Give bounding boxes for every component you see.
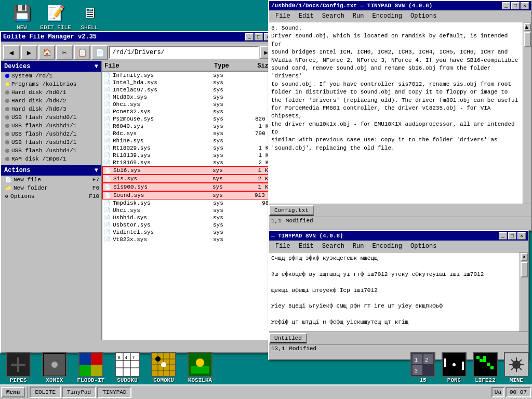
- col-file-header[interactable]: File: [102, 61, 212, 71]
- game-flood[interactable]: FLOOD-IT: [73, 352, 109, 383]
- pong-label: PONG: [447, 377, 461, 383]
- file-list[interactable]: 📄 Infinity.sys sys 3 📄 Intel_hda.sys sys…: [102, 72, 274, 340]
- editor1-menu-edit[interactable]: Edit: [295, 11, 318, 21]
- file-row[interactable]: 📄 Intel_hda.sys sys 7: [102, 79, 274, 86]
- file-type: sys: [212, 152, 243, 158]
- sidebar-item-usb1[interactable]: USB flash /usbhd1/1: [1, 122, 101, 130]
- file-row[interactable]: 📄 Vt823x.sys sys 2: [102, 236, 274, 243]
- file-row[interactable]: 📄 Tmpdisk.sys sys 986: [102, 200, 274, 207]
- editor1-close[interactable]: ✕: [521, 2, 529, 9]
- file-row[interactable]: 📄 Ohci.sys sys 3: [102, 101, 274, 108]
- file-type: sys: [212, 87, 243, 93]
- file-row[interactable]: 📄 Rdc.sys sys 790 b: [102, 130, 274, 137]
- scroll-thumb2[interactable]: [521, 262, 528, 277]
- start-button[interactable]: Menu: [1, 387, 25, 397]
- file-row[interactable]: 📄 Ps2mouse.sys sys 826 b: [102, 115, 274, 123]
- taskbar-tinypad2[interactable]: TINYPAD: [97, 387, 131, 398]
- editor2-minimize[interactable]: _: [499, 232, 507, 240]
- action-new-folder[interactable]: 📁 New folder F6: [1, 184, 101, 192]
- file-type: sys: [211, 184, 243, 190]
- file-row[interactable]: 📄 Sis.sys sys 2 Kb: [102, 175, 274, 183]
- editor2-maximize[interactable]: □: [508, 232, 516, 240]
- file-row[interactable]: 📄 Uhci.sys sys 3: [102, 207, 274, 214]
- taskbar-eolite[interactable]: EOLITE: [30, 387, 61, 398]
- toolbar-paste-button[interactable]: 📄: [91, 45, 108, 60]
- action-options[interactable]: ⚙ Options F10: [1, 192, 101, 201]
- game-mine[interactable]: MINE: [501, 352, 532, 383]
- minimize-button[interactable]: _: [245, 33, 254, 41]
- editor2-menu-edit[interactable]: Edit: [295, 242, 318, 251]
- editor2-scrollbar[interactable]: ▲: [520, 252, 528, 331]
- taskbar-tinypad[interactable]: TinyPad: [62, 387, 96, 398]
- sidebar-item-hd0-1[interactable]: Hard disk /hd0/1: [1, 88, 101, 97]
- editor1-maximize[interactable]: □: [511, 2, 520, 9]
- editor1-content[interactable]: 6. Sound. Driver sound.obj, which is loc…: [269, 22, 523, 204]
- editor2-close[interactable]: ✕: [517, 232, 526, 240]
- toolbar-forward-button[interactable]: ▶: [21, 45, 37, 60]
- file-row[interactable]: 📄 Pcnet32.sys sys 2: [102, 108, 274, 115]
- game-15[interactable]: 123 15: [407, 352, 438, 383]
- game-life22[interactable]: LIFE22: [470, 352, 501, 383]
- file-row[interactable]: 📄 Sound.sys sys 913 b: [102, 191, 274, 200]
- editor2-menu-file[interactable]: File: [271, 242, 295, 251]
- sidebar-item-usb4[interactable]: USB flash /usbhd4/1: [1, 147, 101, 155]
- sidebar-item-programs[interactable]: Programs /kolibrios: [1, 80, 101, 88]
- editor2-menu-search[interactable]: Search: [318, 242, 349, 251]
- sidebar-item-usb3[interactable]: USB flash /usbhd3/1: [1, 138, 101, 147]
- toolbar-copy-button[interactable]: 📋: [74, 45, 90, 60]
- sidebar-item-ram[interactable]: RAM disk /tmp0/1: [1, 155, 101, 163]
- file-row[interactable]: 📄 Infinity.sys sys 3: [102, 72, 274, 79]
- editor2-tab[interactable]: Untitled: [269, 333, 307, 343]
- game-pong[interactable]: PONG: [438, 352, 470, 383]
- editor2-menu-options[interactable]: Options: [406, 242, 441, 251]
- action-new-file[interactable]: 📄 New file F7: [1, 176, 101, 184]
- game-pipes[interactable]: PIPES: [0, 352, 36, 383]
- file-row[interactable]: 📄 Rt18029.sys sys 1 Kb: [102, 144, 274, 152]
- file-row[interactable]: 📄 Mtd80x.sys sys 1: [102, 94, 274, 101]
- file-row[interactable]: 📄 Usbstor.sys sys 2: [102, 221, 274, 229]
- sidebar-item-hd0-2[interactable]: Hard disk /hd0/2: [1, 97, 101, 105]
- file-row[interactable]: 📄 Vidintel.sys sys 3: [102, 229, 274, 236]
- desktop-icon-new[interactable]: 💾 NEW: [5, 3, 38, 31]
- editor2-menu-run[interactable]: Run: [349, 242, 368, 251]
- game-kosilka[interactable]: KOSILKA: [182, 352, 218, 383]
- scroll-up-btn[interactable]: ▲: [524, 23, 531, 31]
- file-icon: 📄: [102, 236, 112, 243]
- editor2-content[interactable]: Счщц рфпщ зфкф кузкщегсшк мшецщ йш ефкоц…: [269, 252, 520, 331]
- toolbar-up-button[interactable]: 🏠: [38, 45, 55, 60]
- scroll-up-btn2[interactable]: ▲: [521, 253, 528, 261]
- file-row[interactable]: 📄 Rt18169.sys sys 2 Kb: [102, 159, 274, 166]
- game-sudoku[interactable]: 947 SUDOKU: [109, 352, 145, 383]
- file-row[interactable]: 📄 Rhine.sys sys 1: [102, 137, 274, 144]
- sidebar-item-hd0-3[interactable]: Hard disk /hd0/3: [1, 105, 101, 113]
- file-row[interactable]: 📄 Rt18139.sys sys 1 Kb: [102, 152, 274, 159]
- editor1-menu-run[interactable]: Run: [349, 11, 368, 21]
- desktop-icon-shell[interactable]: 🖥 SHELL: [73, 3, 106, 31]
- file-row[interactable]: 📄 Sis900.sys sys 1 Kb: [102, 183, 274, 191]
- file-row[interactable]: 📄 R6040.sys sys 1 Kb: [102, 123, 274, 130]
- maximize-button[interactable]: □: [255, 33, 263, 41]
- editor1-minimize[interactable]: _: [502, 2, 510, 9]
- editor1-tab[interactable]: Config.txt: [269, 205, 314, 216]
- game-xonix[interactable]: XONIX: [36, 352, 73, 383]
- sidebar-item-system[interactable]: System /rd/1: [1, 72, 101, 80]
- path-bar[interactable]: /rd/1/Drivers/: [109, 46, 259, 59]
- editor-line: [271, 278, 517, 286]
- game-gomoku[interactable]: GOMOKU: [145, 352, 182, 383]
- scroll-thumb[interactable]: [524, 32, 531, 47]
- sidebar-item-usb2[interactable]: USB flash /usbhd2/1: [1, 130, 101, 138]
- editor1-menu-options[interactable]: Options: [406, 11, 441, 21]
- sidebar-item-usb0[interactable]: USB flash /usbhd0/1: [1, 113, 101, 122]
- toolbar-cut-button[interactable]: ✂: [56, 45, 73, 60]
- toolbar-back-button[interactable]: ◀: [3, 45, 20, 60]
- editor1-menu-encoding[interactable]: Encoding: [368, 11, 406, 21]
- file-row[interactable]: 📄 Usbhid.sys sys 3: [102, 214, 274, 221]
- file-row[interactable]: 📄 Sb16.sys sys 1 Kb: [102, 166, 274, 175]
- desktop-icon-edit[interactable]: 📝 EDIT FILE: [39, 3, 72, 31]
- col-type-header[interactable]: Type: [212, 61, 243, 71]
- file-row[interactable]: 📄 Intelac97.sys sys 3: [102, 86, 274, 94]
- editor1-menu-file[interactable]: File: [271, 11, 295, 21]
- editor2-menu-encoding[interactable]: Encoding: [368, 242, 406, 251]
- editor1-menu-search[interactable]: Search: [318, 11, 349, 21]
- editor1-scrollbar[interactable]: ▲: [523, 22, 531, 204]
